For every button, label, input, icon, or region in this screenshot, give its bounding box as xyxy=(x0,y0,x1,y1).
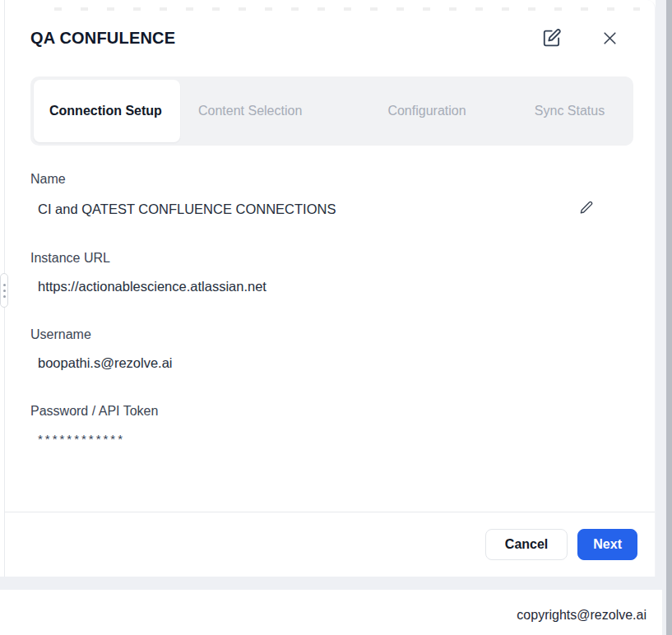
panel-resize-handle[interactable] xyxy=(0,273,8,308)
page: QA CONFULENCE xyxy=(0,0,672,635)
handle-dot xyxy=(3,284,6,286)
tab-sync-status[interactable]: Sync Status xyxy=(509,80,630,142)
edit-square-icon xyxy=(541,27,563,49)
tab-label: Configuration xyxy=(387,101,466,122)
instance-url-label: Instance URL xyxy=(30,251,629,266)
edit-connection-button[interactable] xyxy=(541,27,563,49)
tab-content-selection[interactable]: Content Selection xyxy=(180,80,345,142)
password-label: Password / API Token xyxy=(30,404,629,419)
dialog-footer: Cancel Next xyxy=(5,512,655,577)
close-icon xyxy=(601,30,619,47)
tab-label: Sync Status xyxy=(535,101,605,122)
username-field: Username boopathi.s@rezolve.ai xyxy=(30,327,629,371)
handle-dot xyxy=(3,295,6,298)
username-value: boopathi.s@rezolve.ai xyxy=(38,355,173,371)
copyright-text: copyrights@rezolve.ai xyxy=(517,608,647,623)
pencil-icon xyxy=(578,200,594,218)
page-background-band xyxy=(0,577,662,590)
instance-url-value: https://actionablescience.atlassian.net xyxy=(38,279,266,294)
copyright-bar: copyrights@rezolve.ai xyxy=(0,590,662,635)
cancel-button[interactable]: Cancel xyxy=(485,529,568,560)
header-actions xyxy=(541,27,619,49)
wizard-tab-bar: Connection Setup Content Selection Confi… xyxy=(30,76,633,146)
close-dialog-button[interactable] xyxy=(601,30,619,47)
name-value: CI and QATEST CONFLUENCE CONNECTIONS xyxy=(38,202,336,217)
vertical-scrollbar[interactable] xyxy=(666,0,672,635)
tab-configuration[interactable]: Configuration xyxy=(345,80,509,142)
handle-dot xyxy=(3,290,6,292)
name-label: Name xyxy=(30,172,629,187)
name-field: Name CI and QATEST CONFLUENCE CONNECTION… xyxy=(30,172,629,218)
instance-url-field: Instance URL https://actionablescience.a… xyxy=(30,251,629,294)
dialog-title: QA CONFULENCE xyxy=(30,29,541,48)
next-button[interactable]: Next xyxy=(577,529,637,560)
password-field: Password / API Token ************ xyxy=(30,404,629,446)
password-masked-value: ************ xyxy=(38,432,125,446)
tab-connection-setup[interactable]: Connection Setup xyxy=(34,80,180,142)
edit-name-button[interactable] xyxy=(578,200,594,218)
username-label: Username xyxy=(30,327,629,342)
connection-dialog: QA CONFULENCE xyxy=(4,0,656,577)
tab-label: Connection Setup xyxy=(49,101,162,122)
dashed-top-border xyxy=(54,7,640,11)
tab-label: Content Selection xyxy=(198,101,302,122)
connection-setup-form: Name CI and QATEST CONFLUENCE CONNECTION… xyxy=(5,146,655,446)
